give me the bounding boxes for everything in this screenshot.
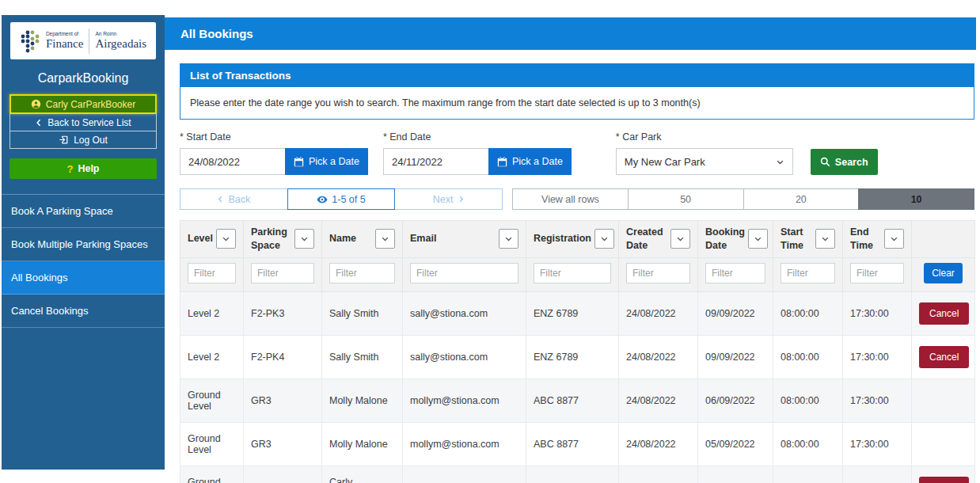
- start-date-group: * Start Date Pick a Date: [180, 131, 368, 175]
- cell-registration: ABC 8877: [526, 378, 619, 422]
- clear-filters-button[interactable]: Clear: [924, 263, 963, 283]
- cell-end: 17:30:00: [843, 291, 912, 335]
- bookings-table: LevelParking SpaceNameEmailRegistrationC…: [180, 220, 975, 483]
- cancel-booking-button[interactable]: Cancel: [919, 346, 969, 368]
- cell-email: sally@stiona.com: [403, 291, 526, 335]
- logout-icon: [59, 135, 69, 145]
- main-area: All Bookings List of Transactions Please…: [165, 0, 980, 483]
- filter-input-created-date[interactable]: [626, 263, 690, 283]
- cell-created: 24/08/2022: [619, 466, 698, 483]
- column-label-start-time: Start Time: [781, 226, 812, 253]
- back-to-service-list-label: Back to Service List: [47, 117, 131, 128]
- pager-range-label: 1-5 of 5: [332, 194, 365, 205]
- calendar-icon: [497, 157, 507, 167]
- chevron-down-icon: [300, 234, 309, 243]
- start-date-input[interactable]: [180, 148, 285, 175]
- back-to-service-list-button[interactable]: Back to Service List: [9, 113, 157, 131]
- start-date-pick-button[interactable]: Pick a Date: [285, 148, 368, 175]
- pager-next-button[interactable]: Next: [394, 188, 503, 210]
- help-button[interactable]: ? Help: [9, 158, 157, 179]
- panel-title: List of Transactions: [180, 64, 974, 87]
- logo-dept-name: Finance: [46, 38, 83, 50]
- pager: Back 1-5 of 5 Next: [180, 188, 503, 210]
- page-size-20-button[interactable]: 20: [743, 188, 860, 210]
- pager-next-label: Next: [433, 194, 454, 205]
- column-menu-created-date-button[interactable]: [670, 229, 690, 249]
- car-park-select[interactable]: My New Car Park: [616, 148, 793, 175]
- cell-created: 24/08/2022: [619, 422, 698, 466]
- cell-actions: Cancel: [912, 335, 975, 378]
- current-user-button[interactable]: Carly CarParkBooker: [9, 94, 157, 114]
- filter-input-booking-date[interactable]: [705, 263, 765, 283]
- column-menu-parking-space-button[interactable]: [294, 229, 314, 249]
- column-menu-level-button[interactable]: [216, 229, 236, 249]
- column-label-created-date: Created Date: [626, 226, 667, 253]
- chevron-down-icon: [381, 234, 389, 243]
- sidebar-item-all-bookings[interactable]: All Bookings: [2, 261, 165, 295]
- pager-back-button[interactable]: Back: [180, 188, 288, 210]
- log-out-button[interactable]: Log Out: [9, 131, 157, 149]
- column-label-parking-space: Parking Space: [251, 226, 291, 253]
- sidebar-item-cancel-bookings[interactable]: Cancel Bookings: [2, 295, 165, 328]
- filter-input-registration[interactable]: [534, 263, 611, 283]
- column-menu-name-button[interactable]: [375, 229, 395, 249]
- column-header-actions: [912, 221, 975, 258]
- filter-input-name[interactable]: [329, 263, 395, 283]
- car-park-label: * Car Park: [616, 131, 793, 143]
- end-date-input[interactable]: [383, 148, 488, 175]
- column-header-email: Email: [403, 221, 526, 258]
- filter-input-end-time[interactable]: [850, 263, 904, 283]
- sidebar-item-book-a-parking-space[interactable]: Book A Parking Space: [2, 195, 165, 228]
- cell-created: 24/08/2022: [619, 291, 698, 335]
- cancel-booking-button[interactable]: Cancel: [919, 302, 969, 325]
- user-menu: Carly CarParkBooker Back to Service List…: [9, 94, 157, 149]
- cell-email: sally@stiona.com: [403, 335, 526, 378]
- cell-start: 08:00:00: [773, 378, 843, 422]
- table-row: Ground LevelGR3Molly Malonemollym@stiona…: [180, 422, 975, 466]
- cell-space: GR1: [244, 466, 322, 483]
- column-menu-registration-button[interactable]: [594, 229, 614, 249]
- page: Department of Finance An Roinn Airgeadai…: [0, 0, 980, 483]
- user-icon: [31, 99, 41, 109]
- car-park-group: * Car Park My New Car Park: [616, 131, 793, 175]
- cell-space: F2-PK3: [244, 291, 322, 335]
- dof-shamrock-icon: [20, 29, 40, 53]
- column-menu-start-time-button[interactable]: [815, 229, 835, 249]
- search-icon: [820, 157, 830, 167]
- cell-actions: [912, 378, 975, 422]
- column-header-name: Name: [322, 221, 403, 258]
- page-size-50-button[interactable]: 50: [628, 188, 744, 210]
- filter-input-parking-space[interactable]: [251, 263, 314, 283]
- pager-back-label: Back: [228, 194, 250, 205]
- search-button[interactable]: Search: [811, 149, 878, 175]
- column-label-registration: Registration: [534, 232, 591, 245]
- filter-input-email[interactable]: [410, 263, 518, 283]
- cell-registration: ABC 8877: [526, 422, 619, 466]
- end-date-pick-button[interactable]: Pick a Date: [488, 148, 572, 175]
- column-header-level: Level: [180, 221, 244, 258]
- view-all-rows-button[interactable]: View all rows: [512, 188, 629, 210]
- chevron-left-icon: [217, 196, 224, 203]
- cell-registration: PBZ 9112: [526, 466, 619, 483]
- sidebar-nav: Book A Parking SpaceBook Multiple Parkin…: [2, 194, 165, 328]
- filter-input-level[interactable]: [188, 263, 236, 283]
- cell-start: 08:00:00: [773, 422, 843, 466]
- filter-cell-created-date: [619, 257, 698, 291]
- table-row: Level 2F2-PK4Sally Smithsally@stiona.com…: [180, 335, 975, 378]
- cancel-booking-button[interactable]: Cancel: [919, 477, 969, 483]
- page-size-10-button[interactable]: 10: [858, 188, 974, 210]
- sidebar-item-book-multiple-parking-spaces[interactable]: Book Multiple Parking Spaces: [2, 228, 165, 261]
- column-menu-booking-date-button[interactable]: [748, 229, 768, 249]
- cell-name: Molly Malone: [322, 422, 403, 466]
- column-menu-end-time-button[interactable]: [884, 229, 904, 249]
- filter-input-start-time[interactable]: [781, 263, 835, 283]
- column-menu-email-button[interactable]: [499, 229, 518, 249]
- filter-cell-email: [403, 257, 526, 291]
- cell-booking: 09/09/2022: [698, 335, 773, 378]
- table-row: Ground LevelGR1Carly CarParkBookerCarPar…: [180, 466, 975, 483]
- cell-actions: Cancel: [912, 291, 975, 335]
- column-header-created-date: Created Date: [619, 221, 698, 258]
- cell-name: Sally Smith: [322, 335, 403, 378]
- start-date-label: * Start Date: [180, 131, 368, 143]
- cell-level: Ground Level: [180, 422, 244, 466]
